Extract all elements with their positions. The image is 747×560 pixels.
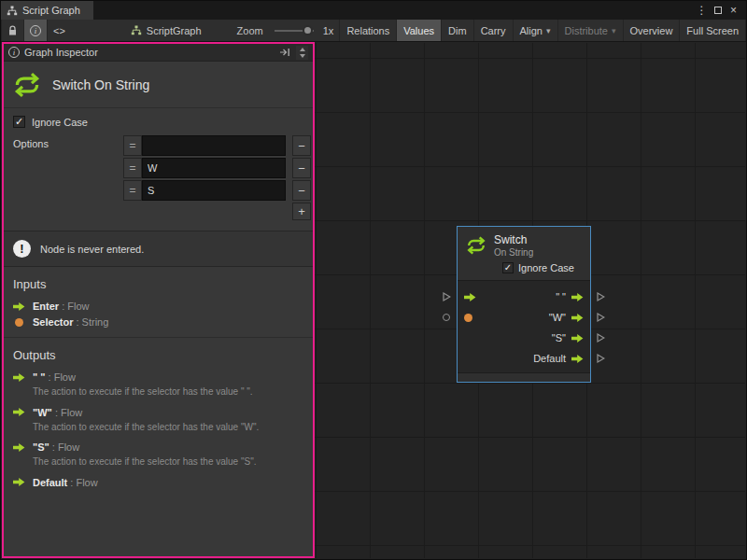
graph-breadcrumb[interactable]: ScriptGraph xyxy=(125,20,207,41)
option-row: = − xyxy=(123,158,311,178)
remove-option-button[interactable]: − xyxy=(292,158,311,178)
external-output-port[interactable] xyxy=(597,292,605,302)
info-icon: i xyxy=(30,25,41,36)
relations-label: Relations xyxy=(346,25,389,36)
node-title: Switch xyxy=(494,233,533,246)
external-output-port[interactable] xyxy=(597,354,605,364)
dock-icon[interactable] xyxy=(279,48,290,57)
ignore-case-label: Ignore Case xyxy=(32,117,88,128)
drag-handle-icon[interactable]: = xyxy=(123,135,142,156)
window-controls: ⋮ × xyxy=(694,1,746,20)
output-port-space: " " : Flow xyxy=(4,369,313,385)
graph-name: ScriptGraph xyxy=(147,25,202,36)
distribute-dropdown[interactable]: Distribute ▾ xyxy=(557,20,623,41)
flow-arrow-icon xyxy=(13,301,25,312)
inspector-node-title-row: Switch On String xyxy=(4,62,313,107)
external-output-port[interactable] xyxy=(597,313,605,323)
flow-arrow-icon xyxy=(13,477,25,487)
fullscreen-label: Full Screen xyxy=(686,25,739,36)
fullscreen-button[interactable]: Full Screen xyxy=(679,20,746,41)
overview-button[interactable]: Overview xyxy=(623,20,680,41)
drag-handle-icon[interactable]: = xyxy=(123,158,142,178)
input-port-selector: Selector : String xyxy=(4,314,313,329)
port-name: Enter xyxy=(33,301,59,312)
values-label: Values xyxy=(403,25,434,36)
option-value-input[interactable] xyxy=(142,180,286,201)
ignore-case-checkbox[interactable]: ✓ xyxy=(13,116,25,128)
option-row: = − xyxy=(123,135,311,156)
options-label: Options xyxy=(13,135,123,220)
toolbar-right-group: Relations Values Dim Carry Align ▾ Distr… xyxy=(339,20,746,41)
dim-button[interactable]: Dim xyxy=(441,20,473,41)
port-name: Default xyxy=(33,477,67,488)
output-port-default: Default : Flow xyxy=(4,474,313,490)
maximize-button[interactable] xyxy=(710,2,726,19)
option-value-input[interactable] xyxy=(142,158,286,178)
flow-input-arrow-icon[interactable] xyxy=(464,292,476,302)
port-label: " " xyxy=(556,291,566,302)
node-subtitle: On String xyxy=(494,247,533,258)
external-output-port[interactable] xyxy=(597,333,605,343)
remove-option-button[interactable]: − xyxy=(292,180,311,201)
code-view-button[interactable]: <> xyxy=(47,20,71,41)
port-type: : Flow xyxy=(49,371,76,383)
graph-icon xyxy=(7,6,18,16)
inspector-scroll-spinner[interactable] xyxy=(296,46,308,60)
close-button[interactable]: × xyxy=(726,2,741,19)
external-flow-input-port[interactable] xyxy=(443,292,451,302)
tab-script-graph[interactable]: Script Graph xyxy=(1,1,93,20)
external-value-input-port[interactable] xyxy=(443,314,450,321)
hollow-circle-icon xyxy=(443,314,450,321)
add-option-button[interactable]: + xyxy=(292,203,311,220)
lock-button[interactable] xyxy=(1,20,23,41)
switch-icon xyxy=(13,71,41,99)
port-description: The action to execute if the selector ha… xyxy=(4,420,313,440)
values-button[interactable]: Values xyxy=(396,20,441,41)
align-label: Align xyxy=(520,25,543,36)
carry-label: Carry xyxy=(481,25,506,36)
window-menu-button[interactable]: ⋮ xyxy=(694,2,710,19)
title-bar: Script Graph ⋮ × xyxy=(1,1,746,20)
align-dropdown[interactable]: Align ▾ xyxy=(513,20,557,41)
flow-output-arrow-icon[interactable] xyxy=(571,313,584,323)
selector-value-port-icon[interactable] xyxy=(464,314,472,322)
relations-button[interactable]: Relations xyxy=(339,20,396,41)
port-type: : Flow xyxy=(70,477,97,488)
drag-handle-icon[interactable]: = xyxy=(123,180,142,201)
zoom-slider[interactable] xyxy=(275,21,314,41)
port-type: : Flow xyxy=(62,301,89,312)
port-row-s: "S" xyxy=(458,328,590,348)
carry-button[interactable]: Carry xyxy=(473,20,513,41)
port-row-default: Default xyxy=(458,348,590,369)
node-footer xyxy=(458,372,590,382)
inspector-toggle-button[interactable]: i xyxy=(23,20,47,41)
port-name: Selector xyxy=(33,316,73,328)
node-ignore-case-row: ✓ Ignore Case xyxy=(458,259,590,280)
switch-on-string-node[interactable]: Switch On String ✓ Ignore Case " " xyxy=(457,226,591,383)
input-port-enter: Enter : Flow xyxy=(4,298,313,314)
outputs-header: Outputs xyxy=(4,338,313,369)
distribute-label: Distribute xyxy=(565,25,608,36)
flow-output-arrow-icon[interactable] xyxy=(571,354,584,364)
info-icon: i xyxy=(8,47,20,58)
node-header[interactable]: Switch On String xyxy=(458,227,590,259)
port-description: The action to execute if the selector ha… xyxy=(4,455,313,474)
zoom-slider-handle[interactable] xyxy=(303,25,313,35)
port-type: : String xyxy=(76,316,108,328)
scroll-up-icon[interactable] xyxy=(300,48,305,51)
graph-toolbar: i <> ScriptGraph Zoom 1x Relations Value… xyxy=(1,20,746,42)
option-row: = − xyxy=(123,180,311,201)
chevron-down-icon: ▾ xyxy=(612,26,616,35)
option-value-input[interactable] xyxy=(142,135,286,156)
scroll-down-icon[interactable] xyxy=(300,54,305,58)
node-ports: " " "W" xyxy=(458,280,590,372)
chevron-down-icon: ▾ xyxy=(546,26,551,35)
lock-icon xyxy=(7,25,18,36)
flow-output-arrow-icon[interactable] xyxy=(571,292,584,302)
ignore-case-checkbox[interactable]: ✓ xyxy=(502,262,514,273)
output-port-s: "S" : Flow xyxy=(4,439,313,455)
warning-icon: ! xyxy=(13,240,31,258)
port-description: The action to execute if the selector ha… xyxy=(4,385,313,404)
remove-option-button[interactable]: − xyxy=(292,135,311,156)
flow-output-arrow-icon[interactable] xyxy=(571,333,584,343)
